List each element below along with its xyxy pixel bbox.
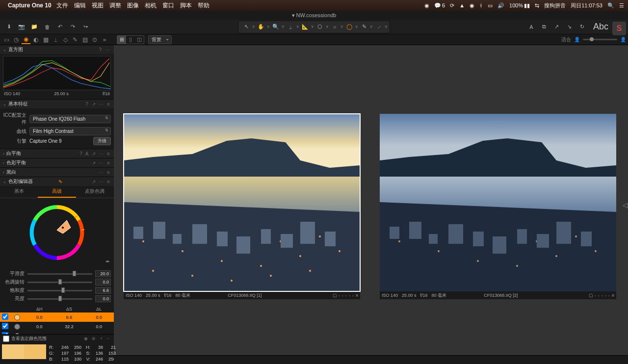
pipette-icon[interactable]: ✎ xyxy=(58,179,62,184)
undo-icon[interactable]: ↶ xyxy=(55,22,65,32)
menu-image[interactable]: 图像 xyxy=(127,1,139,10)
menu-help[interactable]: 帮助 xyxy=(198,1,209,10)
single-view-icon[interactable]: ▯ xyxy=(126,36,135,44)
sync-icon[interactable]: ⟳ xyxy=(450,2,454,9)
huerot-slider[interactable] xyxy=(27,282,92,283)
display-icon[interactable]: ▭ xyxy=(488,2,493,9)
forward-icon[interactable]: ↪ xyxy=(80,22,90,32)
camera-icon[interactable]: 📷 xyxy=(17,22,26,32)
keystone-icon[interactable]: ⬡ xyxy=(315,22,325,32)
text-icon[interactable]: A xyxy=(526,22,536,32)
color-wheel[interactable]: ✒ xyxy=(0,198,114,267)
spotlight-icon[interactable]: 🔍 xyxy=(607,2,614,9)
tab-details-icon[interactable]: ◇ xyxy=(61,35,70,44)
colorbalance-panel-head[interactable]: ›色彩平衡↗ ⋯ ≡ xyxy=(0,158,114,167)
light-slider[interactable] xyxy=(27,298,92,300)
battery-icon[interactable]: 100% ▮▮ xyxy=(509,2,530,9)
loupe-icon[interactable]: 🔍 xyxy=(271,22,281,32)
spot-icon[interactable]: ○ xyxy=(330,22,340,32)
split-view-icon[interactable]: ◫ xyxy=(135,36,144,44)
menu-window[interactable]: 窗口 xyxy=(162,1,174,10)
ce-tab-basic[interactable]: 基本 xyxy=(0,186,38,198)
image-thumbnail-2[interactable] xyxy=(380,114,616,291)
background-select[interactable]: 背景 xyxy=(148,35,172,44)
airplay-icon[interactable]: ▲ xyxy=(459,2,465,8)
down-arrow-icon[interactable]: ↘ xyxy=(565,22,575,32)
view-range-checkbox[interactable] xyxy=(3,336,9,342)
ime-label[interactable]: 搜狗拼音 xyxy=(544,2,566,9)
menu-camera[interactable]: 相机 xyxy=(145,1,157,10)
tab-capture-icon[interactable]: ◷ xyxy=(12,35,21,44)
side-handle-icon[interactable]: ◁ xyxy=(623,201,628,209)
zoom-slider[interactable] xyxy=(583,39,617,40)
cc-icon[interactable]: ◉ xyxy=(424,2,429,9)
tab-lens-icon[interactable]: ▦ xyxy=(41,35,50,44)
switch-icon[interactable]: ⇆ xyxy=(535,2,539,9)
pointer-icon[interactable]: ↖ xyxy=(241,22,251,32)
mask-icon[interactable]: ◯ xyxy=(344,22,354,32)
panel-menu-icon[interactable]: ? ↗ ⋯ ≡ xyxy=(85,102,111,107)
tab-library-icon[interactable]: ▭ xyxy=(2,35,11,44)
tag-icon[interactable]: ▢ xyxy=(589,293,593,298)
trash-icon[interactable]: 🗑 xyxy=(42,22,52,32)
erase-icon[interactable]: ⟋ xyxy=(374,22,384,32)
notification-icon[interactable]: ☰ xyxy=(619,2,624,9)
abc-label[interactable]: Abc xyxy=(593,22,608,32)
tab-adjust-icon[interactable]: ✎ xyxy=(71,35,79,44)
minus-icon[interactable]: − xyxy=(107,336,111,341)
tab-output-icon[interactable]: ⊙ xyxy=(90,35,99,44)
upgrade-button[interactable]: 升级 xyxy=(93,137,111,145)
copy-icon[interactable]: ⧉ xyxy=(539,22,549,32)
target-icon[interactable]: ⊕ xyxy=(92,336,97,341)
menu-view[interactable]: 视图 xyxy=(92,1,104,10)
user2-icon[interactable]: 👤 xyxy=(620,37,626,42)
menu-script[interactable]: 脚本 xyxy=(180,1,192,10)
clock[interactable]: 周日11:07:53 xyxy=(571,2,602,9)
menu-file[interactable]: 文件 xyxy=(56,1,68,10)
menu-edit[interactable]: 编辑 xyxy=(74,1,86,10)
tab-crop-icon[interactable]: ⟂ xyxy=(51,35,60,44)
folder-icon[interactable]: 📁 xyxy=(29,22,39,32)
menu-icon[interactable]: ≡ xyxy=(356,293,358,298)
delta-row[interactable]: 0.032.20.0 xyxy=(0,322,114,331)
brush-icon[interactable]: ✎ xyxy=(359,22,369,32)
ce-tab-advanced[interactable]: 高级 xyxy=(38,186,76,198)
delta-row[interactable]: 0.06.60.0 xyxy=(0,312,114,322)
wifi-icon[interactable]: ◉ xyxy=(470,2,474,9)
redo-icon[interactable]: ↷ xyxy=(68,22,78,32)
menu-adjust[interactable]: 调整 xyxy=(109,1,121,10)
crop-icon[interactable]: ⟂ xyxy=(286,22,295,32)
grid-view-icon[interactable]: ⊞ xyxy=(117,36,126,44)
app-name[interactable]: Capture One 10 xyxy=(8,2,52,9)
image-thumbnail-1[interactable] xyxy=(124,114,360,291)
plus-icon[interactable]: + xyxy=(100,336,104,341)
wechat-icon[interactable]: 💬 6 xyxy=(434,2,445,9)
tab-more-icon[interactable]: » xyxy=(100,35,109,44)
straighten-icon[interactable]: 📐 xyxy=(300,22,310,32)
icc-select[interactable]: Phase One IQ260 Flash⇅ xyxy=(29,115,111,123)
tag-icon[interactable]: ▢ xyxy=(333,293,337,298)
sat-slider[interactable] xyxy=(27,290,92,291)
row-checkbox[interactable] xyxy=(2,313,8,320)
volume-icon[interactable]: 🔊 xyxy=(497,2,504,9)
eyedropper-icon[interactable]: ✒ xyxy=(105,259,110,265)
import-icon[interactable]: ⬇ xyxy=(4,22,14,32)
ce-tab-skin[interactable]: 皮肤色调 xyxy=(76,186,114,198)
user1-icon[interactable]: 👤 xyxy=(574,37,580,42)
bluetooth-icon[interactable]: ᚼ xyxy=(479,2,483,8)
reset-icon[interactable]: ↻ xyxy=(577,22,587,32)
globe-icon[interactable]: ◉ xyxy=(84,336,89,341)
hand-icon[interactable]: ✋ xyxy=(256,22,266,32)
curve-select[interactable]: Film High Contrast⇅ xyxy=(29,127,111,135)
wb-panel-head[interactable]: ›白平衡? A ↗ ⋯ ≡ xyxy=(0,149,114,158)
row-checkbox[interactable] xyxy=(2,323,8,329)
bw-panel-head[interactable]: ›黑白⋯ ≡ xyxy=(0,168,114,177)
tab-exposure-icon[interactable]: ◐ xyxy=(31,35,40,44)
up-arrow-icon[interactable]: ↗ xyxy=(552,22,562,32)
panel-menu-icon[interactable]: ? ⋯ xyxy=(99,47,111,52)
smoothness-slider[interactable] xyxy=(27,273,92,275)
tab-color-icon[interactable]: ◉ xyxy=(22,35,30,44)
menu-icon[interactable]: ≡ xyxy=(612,293,614,298)
tab-meta-icon[interactable]: ▤ xyxy=(80,35,89,44)
recorder-icon[interactable]: S xyxy=(612,22,626,35)
